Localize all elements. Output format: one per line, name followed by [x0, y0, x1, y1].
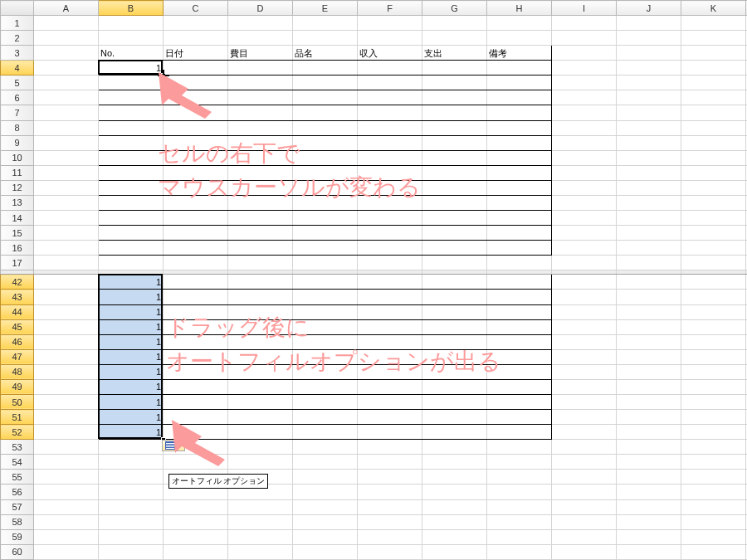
- cell-E14[interactable]: [293, 211, 358, 226]
- cell-J11[interactable]: [617, 165, 681, 180]
- cell-E47[interactable]: [293, 349, 358, 364]
- cell-C54[interactable]: [164, 455, 228, 470]
- cell-H8[interactable]: [487, 120, 552, 135]
- row-header-11[interactable]: 11: [1, 165, 34, 180]
- cell-I56[interactable]: [552, 485, 617, 499]
- cell-A43[interactable]: [34, 290, 99, 304]
- row-header-3[interactable]: 3: [1, 46, 34, 61]
- cell-I50[interactable]: [552, 394, 617, 409]
- cell-E5[interactable]: [293, 75, 358, 90]
- cell-J55[interactable]: [617, 470, 681, 485]
- cell-J53[interactable]: [617, 440, 681, 455]
- cell-B15[interactable]: [99, 226, 164, 241]
- column-header-c[interactable]: C: [164, 1, 228, 16]
- cell-J54[interactable]: [617, 455, 681, 470]
- cell-G45[interactable]: [422, 319, 487, 334]
- cell-G14[interactable]: [422, 211, 487, 226]
- cell-I54[interactable]: [552, 455, 617, 470]
- cell-C9[interactable]: [164, 135, 228, 150]
- cell-H48[interactable]: [487, 364, 552, 379]
- cell-A16[interactable]: [34, 241, 99, 256]
- column-header-d[interactable]: D: [228, 1, 293, 16]
- cell-C8[interactable]: [164, 120, 228, 135]
- cell-I1[interactable]: [552, 16, 617, 31]
- cell-H11[interactable]: [487, 165, 552, 180]
- cell-I15[interactable]: [552, 226, 617, 241]
- cell-A10[interactable]: [34, 150, 99, 165]
- cell-B12[interactable]: [99, 180, 164, 195]
- cell-G8[interactable]: [422, 120, 487, 135]
- cell-G55[interactable]: [422, 470, 487, 485]
- cell-I47[interactable]: [552, 349, 617, 364]
- cell-E7[interactable]: [293, 105, 358, 120]
- cell-D14[interactable]: [228, 211, 293, 226]
- row-header-57[interactable]: 57: [1, 499, 34, 514]
- cell-K9[interactable]: [681, 135, 746, 150]
- cell-K44[interactable]: [681, 304, 746, 319]
- cell-H49[interactable]: [487, 379, 552, 394]
- cell-D6[interactable]: [228, 90, 293, 105]
- cell-D49[interactable]: [228, 379, 293, 394]
- cell-F42[interactable]: [358, 275, 422, 290]
- cell-B6[interactable]: [99, 90, 164, 105]
- cell-D2[interactable]: [228, 31, 293, 46]
- row-header-15[interactable]: 15: [1, 226, 34, 241]
- cell-B45[interactable]: 1: [99, 319, 164, 334]
- cell-H56[interactable]: [487, 485, 552, 499]
- cell-G17[interactable]: [422, 256, 487, 270]
- cell-G47[interactable]: [422, 349, 487, 364]
- cell-G48[interactable]: [422, 364, 487, 379]
- column-header-j[interactable]: J: [617, 1, 681, 16]
- cell-B54[interactable]: [99, 455, 164, 470]
- cell-I60[interactable]: [552, 544, 617, 559]
- cell-I2[interactable]: [552, 31, 617, 46]
- cell-F17[interactable]: [358, 256, 422, 270]
- cell-G53[interactable]: [422, 440, 487, 455]
- cell-D58[interactable]: [228, 514, 293, 529]
- cell-A7[interactable]: [34, 105, 99, 120]
- cell-H46[interactable]: [487, 334, 552, 349]
- cell-D5[interactable]: [228, 75, 293, 90]
- cell-A6[interactable]: [34, 90, 99, 105]
- column-header-i[interactable]: I: [552, 1, 617, 16]
- cell-K16[interactable]: [681, 241, 746, 256]
- cell-G46[interactable]: [422, 334, 487, 349]
- row-header-55[interactable]: 55: [1, 470, 34, 485]
- cell-K60[interactable]: [681, 544, 746, 559]
- row-header-10[interactable]: 10: [1, 150, 34, 165]
- cell-I57[interactable]: [552, 499, 617, 514]
- cell-D15[interactable]: [228, 226, 293, 241]
- cell-E50[interactable]: [293, 394, 358, 409]
- cell-H58[interactable]: [487, 514, 552, 529]
- cell-D60[interactable]: [228, 544, 293, 559]
- cell-H2[interactable]: [487, 31, 552, 46]
- cell-A60[interactable]: [34, 544, 99, 559]
- cell-F13[interactable]: [358, 195, 422, 210]
- cell-E13[interactable]: [293, 195, 358, 210]
- cell-H57[interactable]: [487, 499, 552, 514]
- cell-E60[interactable]: [293, 544, 358, 559]
- row-header-58[interactable]: 58: [1, 514, 34, 529]
- cell-A51[interactable]: [34, 410, 99, 425]
- cell-F46[interactable]: [358, 334, 422, 349]
- row-header-4[interactable]: 4: [1, 61, 34, 75]
- cell-D52[interactable]: [228, 425, 293, 440]
- cell-D17[interactable]: [228, 256, 293, 270]
- cell-H47[interactable]: [487, 349, 552, 364]
- cell-E4[interactable]: [293, 61, 358, 75]
- column-header-k[interactable]: K: [681, 1, 746, 16]
- cell-I16[interactable]: [552, 241, 617, 256]
- cell-F51[interactable]: [358, 410, 422, 425]
- cell-B58[interactable]: [99, 514, 164, 529]
- cell-K6[interactable]: [681, 90, 746, 105]
- cell-J2[interactable]: [617, 31, 681, 46]
- cell-D3[interactable]: 費目: [228, 46, 293, 61]
- cell-I48[interactable]: [552, 364, 617, 379]
- cell-J14[interactable]: [617, 211, 681, 226]
- cell-B8[interactable]: [99, 120, 164, 135]
- cell-F5[interactable]: [358, 75, 422, 90]
- cell-A9[interactable]: [34, 135, 99, 150]
- cell-A53[interactable]: [34, 440, 99, 455]
- cell-E49[interactable]: [293, 379, 358, 394]
- cell-D53[interactable]: [228, 440, 293, 455]
